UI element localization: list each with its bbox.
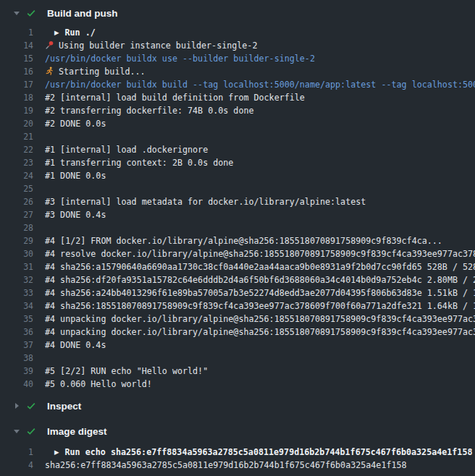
check-icon: [26, 426, 36, 436]
line-text-plain: [45, 182, 475, 195]
line-text: Run ./: [65, 27, 96, 38]
log-line: 1▶Run echo sha256:e7ff8834a5963a2785c5a0…: [0, 446, 475, 459]
play-icon[interactable]: ▶: [54, 446, 59, 459]
line-text: Run echo sha256:e7ff8834a5963a2785c5a081…: [65, 447, 473, 457]
log-line: 31#4 sha256:a15790640a6690aa1730c38cf0a4…: [0, 260, 475, 273]
line-number[interactable]: 25: [0, 182, 33, 195]
line-number[interactable]: 16: [0, 65, 33, 78]
log-line: 32#4 sha256:df20fa9351a15782c64e6dddb2d4…: [0, 273, 475, 286]
chevron-right-icon[interactable]: [13, 403, 20, 409]
runner-icon: [45, 67, 54, 76]
line-number[interactable]: 4: [0, 459, 33, 472]
line-number[interactable]: 28: [0, 221, 33, 234]
line-text-plain: #4 sha256:185518070891758909c9f839cf4ca3…: [45, 299, 475, 313]
line-text-plain: #4 resolve docker.io/library/alpine@sha2…: [45, 247, 475, 260]
line-text: #4 unpacking docker.io/library/alpine@sh…: [45, 327, 475, 337]
line-number[interactable]: 26: [0, 195, 33, 208]
section-inspect: Inspect: [0, 399, 475, 413]
line-text-plain: #4 unpacking docker.io/library/alpine@sh…: [45, 313, 475, 326]
section-image-digest: Image digest1▶Run echo sha256:e7ff8834a5…: [0, 424, 475, 472]
line-number[interactable]: 1: [0, 26, 33, 39]
section-header-image-digest[interactable]: Image digest: [0, 424, 475, 438]
line-number[interactable]: 32: [0, 273, 33, 286]
line-number[interactable]: 24: [0, 169, 33, 182]
line-text: #4 sha256:a15790640a6690aa1730c38cf0a440…: [45, 262, 475, 272]
line-text: Starting build...: [59, 67, 146, 77]
line-text: sha256:e7ff8834a5963a2785c5a0811e979d16b…: [45, 460, 407, 470]
log-line: 23#1 transferring context: 2B 0.0s done: [0, 156, 475, 169]
line-number[interactable]: 22: [0, 143, 33, 156]
log-line: 21: [0, 130, 475, 143]
line-number[interactable]: 19: [0, 104, 33, 117]
log-line: 33#4 sha256:a24bb4013296f61e89ba57005a7b…: [0, 286, 475, 299]
play-icon[interactable]: ▶: [54, 26, 59, 39]
line-number[interactable]: 17: [0, 78, 33, 91]
line-number[interactable]: 27: [0, 208, 33, 221]
line-number[interactable]: 15: [0, 52, 33, 65]
section-build-and-push: Build and push1▶Run ./14Using builder in…: [0, 6, 475, 391]
line-text-run: ▶Run echo sha256:e7ff8834a5963a2785c5a08…: [45, 446, 475, 459]
log-line: 34#4 sha256:185518070891758909c9f839cf4c…: [0, 299, 475, 313]
line-text-plain: #3 DONE 0.4s: [45, 208, 475, 221]
line-number[interactable]: 14: [0, 39, 33, 52]
chevron-down-icon[interactable]: [13, 430, 20, 433]
line-text: #4 unpacking docker.io/library/alpine@sh…: [45, 314, 475, 324]
line-text: #3 DONE 0.4s: [45, 210, 106, 220]
line-number[interactable]: 1: [0, 446, 33, 459]
section-header-inspect[interactable]: Inspect: [0, 399, 475, 413]
log-line: 29#4 [1/2] FROM docker.io/library/alpine…: [0, 234, 475, 247]
line-text-plain: [45, 352, 475, 365]
section-title: Inspect: [47, 401, 81, 412]
line-text-plain: sha256:e7ff8834a5963a2785c5a0811e979d16b…: [45, 459, 475, 472]
log-line: 27#3 DONE 0.4s: [0, 208, 475, 221]
line-number[interactable]: 36: [0, 326, 33, 339]
log-line: 20#2 DONE 0.0s: [0, 117, 475, 130]
line-number[interactable]: 29: [0, 234, 33, 247]
line-number[interactable]: 37: [0, 339, 33, 352]
log-line: 37#4 DONE 0.4s: [0, 339, 475, 352]
line-text-plain: #3 [internal] load metadata for docker.i…: [45, 195, 475, 208]
line-number[interactable]: 21: [0, 130, 33, 143]
section-header-build-and-push[interactable]: Build and push: [0, 6, 475, 20]
line-number[interactable]: 31: [0, 260, 33, 273]
line-number[interactable]: 20: [0, 117, 33, 130]
line-number[interactable]: 30: [0, 247, 33, 260]
line-text-run: ▶Run ./: [45, 26, 475, 39]
section-title: Image digest: [47, 426, 107, 437]
line-text-plain: #1 [internal] load .dockerignore: [45, 143, 475, 156]
line-number[interactable]: 18: [0, 91, 33, 104]
check-icon: [26, 8, 36, 18]
log-line: 30#4 resolve docker.io/library/alpine@sh…: [0, 247, 475, 260]
line-text: #5 [2/2] RUN echo "Hello world!": [45, 366, 208, 376]
log-line: 38: [0, 352, 475, 365]
line-number[interactable]: 35: [0, 313, 33, 326]
line-number[interactable]: 23: [0, 156, 33, 169]
line-text-plain: [45, 221, 475, 234]
chevron-down-icon[interactable]: [13, 12, 20, 15]
log-line: 4sha256:e7ff8834a5963a2785c5a0811e979d16…: [0, 459, 475, 472]
line-text-plain: #1 DONE 0.0s: [45, 169, 475, 182]
line-text: #1 [internal] load .dockerignore: [45, 145, 208, 155]
line-number[interactable]: 34: [0, 299, 33, 313]
line-text-plain: [45, 130, 475, 143]
line-text: /usr/bin/docker buildx build --tag local…: [45, 80, 475, 90]
log-line: 14Using builder instance builder-single-…: [0, 39, 475, 52]
line-text: #5 0.060 Hello world!: [45, 379, 152, 389]
log-line: 19#2 transferring dockerfile: 74B 0.0s d…: [0, 104, 475, 117]
line-text: #4 DONE 0.4s: [45, 340, 106, 350]
line-text-plain: #1 transferring context: 2B 0.0s done: [45, 156, 475, 169]
line-number[interactable]: 33: [0, 286, 33, 299]
line-number[interactable]: 39: [0, 365, 33, 378]
check-icon: [26, 401, 36, 411]
line-text-plain: #5 0.060 Hello world!: [45, 378, 475, 391]
line-text-cmd: /usr/bin/docker buildx use --builder bui…: [45, 52, 475, 65]
log-line: 22#1 [internal] load .dockerignore: [0, 143, 475, 156]
log-line: 25: [0, 182, 475, 195]
line-number[interactable]: 40: [0, 378, 33, 391]
line-text: Using builder instance builder-single-2: [59, 41, 257, 51]
line-text: #4 sha256:a24bb4013296f61e89ba57005a7b3e…: [45, 288, 475, 298]
line-text: #1 transferring context: 2B 0.0s done: [45, 158, 233, 168]
line-text: #4 resolve docker.io/library/alpine@sha2…: [45, 249, 475, 259]
log-line: 39#5 [2/2] RUN echo "Hello world!": [0, 365, 475, 378]
line-number[interactable]: 38: [0, 352, 33, 365]
